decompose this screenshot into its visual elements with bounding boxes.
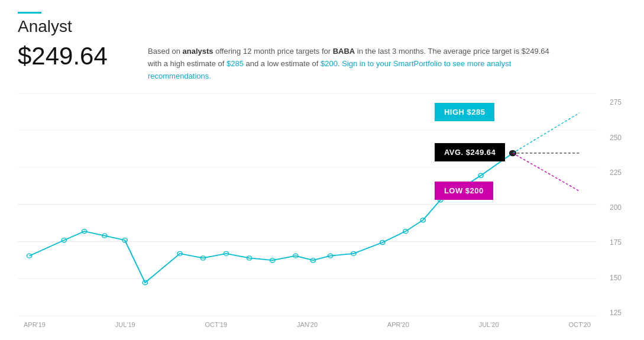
description-text: Based on analysts offering 12 month pric… bbox=[148, 42, 562, 82]
x-label-jul20: JUL'20 bbox=[479, 321, 499, 334]
svg-point-7 bbox=[27, 254, 31, 258]
accent-bar bbox=[18, 12, 41, 14]
page-title: Analyst bbox=[18, 17, 626, 36]
y-label-200: 200 bbox=[610, 204, 622, 211]
y-label-225: 225 bbox=[610, 169, 622, 176]
analyst-price: $249.64 bbox=[18, 42, 124, 70]
analysts-bold: analysts bbox=[183, 47, 213, 56]
high-price-link[interactable]: $285 bbox=[226, 59, 244, 68]
ticker-bold: BABA bbox=[333, 47, 355, 56]
chart-wrapper: APR'19 JUL'19 OCT'19 JAN'20 APR'20 JUL'2… bbox=[18, 93, 597, 334]
x-label-apr19: APR'19 bbox=[24, 321, 46, 334]
chart-svg bbox=[18, 93, 597, 316]
x-label-oct20: OCT'20 bbox=[568, 321, 591, 334]
y-axis: 275 250 225 200 175 150 125 bbox=[597, 93, 626, 334]
x-label-oct19: OCT'19 bbox=[205, 321, 228, 334]
svg-line-31 bbox=[513, 153, 580, 191]
chart-area: APR'19 JUL'19 OCT'19 JAN'20 APR'20 JUL'2… bbox=[18, 93, 626, 334]
x-axis: APR'19 JUL'19 OCT'19 JAN'20 APR'20 JUL'2… bbox=[18, 319, 597, 334]
y-label-125: 125 bbox=[610, 309, 622, 316]
x-label-apr20: APR'20 bbox=[387, 321, 409, 334]
low-price-link[interactable]: $200 bbox=[321, 59, 338, 68]
y-label-150: 150 bbox=[610, 274, 622, 281]
price-desc-row: $249.64 Based on analysts offering 12 mo… bbox=[18, 42, 626, 82]
x-label-jul19: JUL'19 bbox=[115, 321, 135, 334]
x-label-jan20: JAN'20 bbox=[297, 321, 318, 334]
tooltip-avg: AVG. $249.64 bbox=[435, 143, 505, 161]
y-label-175: 175 bbox=[610, 239, 622, 246]
tooltip-low: LOW $200 bbox=[435, 182, 493, 200]
y-label-275: 275 bbox=[610, 99, 622, 106]
svg-line-29 bbox=[513, 113, 580, 153]
y-label-250: 250 bbox=[610, 134, 622, 141]
tooltip-high: HIGH $285 bbox=[435, 103, 495, 121]
main-container: Analyst $249.64 Based on analysts offeri… bbox=[0, 0, 644, 340]
